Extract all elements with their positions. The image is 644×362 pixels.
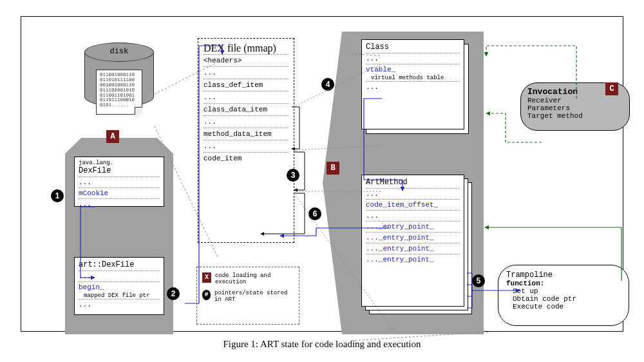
dex-mmap-codeitem: code_item — [204, 152, 289, 164]
dex-mmap-headers: <headers> — [204, 54, 289, 66]
legend-square-icon: X — [202, 272, 211, 283]
badge-a: A — [106, 130, 119, 143]
dexfile-art-dots: ... — [79, 271, 160, 281]
dexfile-art-note: mapped DEX file ptr — [79, 292, 160, 299]
artmethod-entrypoint: ..._entry_point_ — [366, 232, 460, 243]
class-dots2: ... — [366, 81, 460, 92]
badge-c: C — [605, 82, 618, 95]
box-dex-mmap: DEX file (mmap) <headers> ... class_def_… — [198, 38, 294, 243]
dex-mmap-dots: ... — [204, 140, 289, 152]
dex-mmap-dots: ... — [204, 91, 289, 103]
badge-b: B — [327, 162, 339, 175]
artmethod-entrypoint: ..._entry_point_ — [366, 243, 460, 254]
class-vtable-note: virtual methods table — [366, 75, 460, 81]
artmethod-dots2: ... — [366, 210, 460, 221]
badge-1: 1 — [51, 189, 64, 202]
disk-bits-row: 0101...... — [100, 103, 138, 108]
trampoline-title: Trampoline — [506, 271, 621, 280]
dex-mmap-dots: ... — [204, 115, 289, 128]
dex-mmap-classdef: class_def_item — [204, 79, 289, 91]
dexfile-art-title: art::DexFile — [79, 260, 160, 269]
badge-3: 3 — [287, 169, 299, 182]
badge-4: 4 — [321, 78, 334, 91]
legend-box: X code loading and execution # pointers/… — [196, 267, 299, 325]
box-dexfile-java: java.lang. DexFile ... mCookie ... — [74, 157, 164, 207]
dexfile-java-mcookie: mCookie — [79, 187, 160, 198]
dex-mmap-title: DEX file (mmap) — [204, 43, 289, 54]
dex-mmap-classdata: class_data_item — [204, 103, 289, 115]
figure-frame: disk 011001000110 011010111100 001002000… — [21, 16, 623, 332]
class-dots: ... — [366, 53, 460, 64]
box-class: Class ... vtable_ virtual methods table … — [361, 39, 464, 129]
artmethod-entrypoint: ..._entry_point_ — [366, 221, 460, 232]
trampoline-execute: Execute code — [506, 303, 621, 310]
dexfile-java-dots2: ... — [79, 198, 160, 209]
legend-square-text: code loading and execution — [215, 272, 294, 286]
disk-label: disk — [84, 47, 154, 56]
disk-cylinder: disk 011001000110 011010111100 001002000… — [84, 43, 154, 107]
invocation-parameters: Parameters — [527, 104, 623, 112]
invocation-receiver: Receiver — [527, 97, 623, 104]
artmethod-code-item-offset: code_item_offset_ — [366, 199, 460, 210]
dexfile-art-dots2: ... — [79, 299, 160, 310]
box-trampoline: Trampoline function: Set up Obtain code … — [498, 265, 629, 326]
artmethod-entrypoint: ..._entry_point_ — [366, 254, 460, 265]
box-artmethod: ArtMethod ... code_item_offset_ ... ..._… — [361, 175, 464, 307]
artmethod-title: ArtMethod — [366, 178, 460, 187]
badge-5: 5 — [472, 274, 485, 287]
class-title: Class — [366, 43, 460, 52]
box-dexfile-art: art::DexFile ... begin_ mapped DEX file … — [74, 257, 164, 315]
dex-mmap-methoddata: method_data_item — [204, 128, 289, 140]
artmethod-dots: ... — [366, 188, 460, 199]
trampoline-obtain: Obtain code ptr — [506, 295, 621, 303]
dexfile-art-begin: begin_ — [79, 281, 160, 292]
legend-circle-icon: # — [202, 290, 211, 300]
dex-mmap-dots: ... — [204, 66, 289, 79]
trampoline-setup: Set up — [506, 287, 621, 295]
disk-file-page: 011001000110 011010111100 001002000110 0… — [96, 70, 142, 115]
legend-circle-text: pointers/state stored in ART — [214, 290, 294, 303]
invocation-target: Target method — [527, 112, 623, 120]
dexfile-java-dots: ... — [79, 176, 160, 187]
figure-caption: Figure 1: ART state for code loading and… — [0, 339, 644, 350]
dexfile-java-pkg: java.lang. — [79, 160, 160, 166]
class-vtable: vtable_ — [366, 64, 460, 75]
badge-6: 6 — [308, 207, 321, 220]
badge-2: 2 — [167, 287, 180, 300]
trampoline-function: function: — [506, 280, 621, 287]
dexfile-java-title: DexFile — [79, 166, 160, 175]
